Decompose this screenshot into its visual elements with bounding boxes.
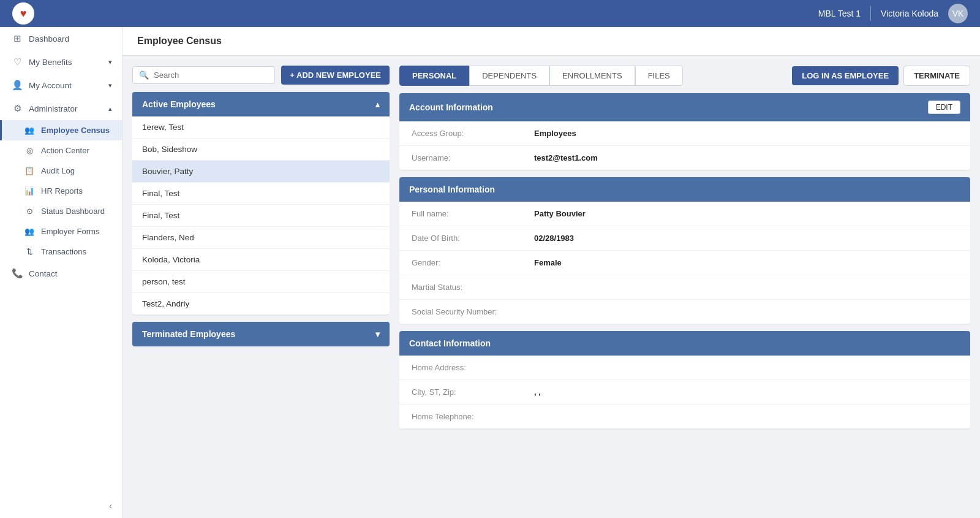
edit-account-button[interactable]: EDIT xyxy=(928,101,960,114)
header-logo-area: ♥ xyxy=(12,2,34,25)
table-row[interactable]: Flanders, Ned xyxy=(132,227,390,249)
avatar[interactable]: VK xyxy=(948,4,968,23)
sidebar-item-label: Administrator xyxy=(29,104,78,113)
add-new-employee-button[interactable]: + ADD NEW EMPLOYEE xyxy=(281,66,390,85)
sidebar-item-label: Employer Forms xyxy=(41,227,99,236)
left-panel: 🔍 + ADD NEW EMPLOYEE Active Employees ▴ … xyxy=(132,66,390,508)
top-header: ♥ MBL Test 1 Victoria Koloda VK xyxy=(0,0,980,27)
list-item: Social Security Number: xyxy=(399,300,970,324)
list-item: City, ST, Zip: , , xyxy=(399,380,970,405)
administrator-icon: ⚙ xyxy=(12,103,23,114)
employer-forms-icon: 👥 xyxy=(24,227,35,236)
contact-information-header: Contact Information xyxy=(399,331,970,356)
page-title: Employee Census xyxy=(137,36,222,46)
sidebar-item-label: Audit Log xyxy=(41,166,75,175)
field-value: Patty Bouvier xyxy=(534,209,586,218)
header-divider xyxy=(870,6,871,21)
sidebar-item-employee-census[interactable]: 👥 Employee Census xyxy=(0,120,122,140)
sidebar-item-label: My Account xyxy=(29,81,72,90)
search-input-wrapper[interactable]: 🔍 xyxy=(132,66,275,84)
collapse-employees-icon: ▴ xyxy=(375,100,380,109)
field-value: 02/28/1983 xyxy=(534,234,574,243)
table-row[interactable]: Final, Test xyxy=(132,205,390,227)
sidebar-item-label: Transactions xyxy=(41,247,86,256)
table-row[interactable]: Test2, Andriy xyxy=(132,293,390,314)
sidebar-item-label: Employee Census xyxy=(41,126,110,135)
dashboard-icon: ⊞ xyxy=(12,33,23,44)
field-label: Date Of Birth: xyxy=(412,234,534,243)
sidebar-item-employer-forms[interactable]: 👥 Employer Forms xyxy=(0,221,122,242)
sidebar-item-contact[interactable]: 📞 Contact xyxy=(0,262,122,285)
list-item: Date Of Birth: 02/28/1983 xyxy=(399,226,970,251)
chevron-up-icon: ▴ xyxy=(108,105,112,113)
sidebar-item-my-account[interactable]: 👤 My Account ▾ xyxy=(0,74,122,97)
field-value: Employees xyxy=(534,129,576,138)
sidebar: ⊞ Dashboard ♡ My Benefits ▾ 👤 My Account… xyxy=(0,27,123,518)
tab-row: PERSONAL DEPENDENTS ENROLLMENTS FILES LO… xyxy=(399,66,970,86)
personal-information-body: Full name: Patty Bouvier Date Of Birth: … xyxy=(399,202,970,324)
sidebar-item-action-center[interactable]: ◎ Action Center xyxy=(0,140,122,161)
table-row[interactable]: person, test xyxy=(132,271,390,293)
contact-information-title: Contact Information xyxy=(409,338,491,348)
sidebar-item-label: Status Dashboard xyxy=(41,207,105,216)
action-center-icon: ◎ xyxy=(24,146,35,155)
collapse-icon: ‹ xyxy=(109,501,112,511)
search-add-row: 🔍 + ADD NEW EMPLOYEE xyxy=(132,66,390,85)
sidebar-item-label: Action Center xyxy=(41,146,89,155)
terminated-employees-header[interactable]: Terminated Employees ▾ xyxy=(132,322,390,346)
list-item: Gender: Female xyxy=(399,251,970,275)
active-employees-header[interactable]: Active Employees ▴ xyxy=(132,92,390,116)
account-information-body: Access Group: Employees Username: test2@… xyxy=(399,121,970,170)
header-company: MBL Test 1 xyxy=(818,9,861,18)
table-row[interactable]: Bouvier, Patty xyxy=(132,161,390,183)
list-item: Martial Status: xyxy=(399,275,970,300)
sidebar-item-transactions[interactable]: ⇅ Transactions xyxy=(0,242,122,262)
status-dashboard-icon: ⊙ xyxy=(24,207,35,216)
terminate-button[interactable]: TERMINATE xyxy=(903,66,970,86)
collapse-terminated-icon: ▾ xyxy=(375,329,380,339)
field-label: City, ST, Zip: xyxy=(412,387,534,397)
table-row[interactable]: Koloda, Victoria xyxy=(132,249,390,271)
table-row[interactable]: 1erew, Test xyxy=(132,116,390,139)
account-information-header: Account Information EDIT xyxy=(399,93,970,121)
chevron-down-icon: ▾ xyxy=(108,58,112,66)
field-label: Access Group: xyxy=(412,129,534,138)
sidebar-item-administrator[interactable]: ⚙ Administrator ▴ xyxy=(0,97,122,120)
log-in-as-employee-button[interactable]: LOG IN AS EMPLOYEE xyxy=(792,66,899,85)
employee-census-icon: 👥 xyxy=(24,126,35,135)
sidebar-item-hr-reports[interactable]: 📊 HR Reports xyxy=(0,181,122,201)
logo-icon: ♥ xyxy=(12,2,34,25)
personal-information-card: Personal Information Full name: Patty Bo… xyxy=(399,177,970,324)
sidebar-item-label: My Benefits xyxy=(29,58,72,67)
page-body: 🔍 + ADD NEW EMPLOYEE Active Employees ▴ … xyxy=(123,56,980,518)
main-layout: ⊞ Dashboard ♡ My Benefits ▾ 👤 My Account… xyxy=(0,27,980,518)
sidebar-item-audit-log[interactable]: 📋 Audit Log xyxy=(0,161,122,181)
terminated-employees-title: Terminated Employees xyxy=(142,329,235,339)
sidebar-item-my-benefits[interactable]: ♡ My Benefits ▾ xyxy=(0,50,122,74)
my-benefits-icon: ♡ xyxy=(12,56,23,67)
tab-personal[interactable]: PERSONAL xyxy=(399,66,469,86)
tab-dependents[interactable]: DEPENDENTS xyxy=(469,66,549,86)
right-panel: PERSONAL DEPENDENTS ENROLLMENTS FILES LO… xyxy=(399,66,970,508)
field-label: Social Security Number: xyxy=(412,307,534,316)
list-item: Username: test2@test1.com xyxy=(399,146,970,170)
tab-files[interactable]: FILES xyxy=(635,66,683,86)
sidebar-collapse-button[interactable]: ‹ xyxy=(0,493,122,518)
contact-information-card: Contact Information Home Address: City, … xyxy=(399,331,970,428)
field-value: , , xyxy=(534,387,541,397)
active-employees-title: Active Employees xyxy=(142,99,216,109)
header-right: MBL Test 1 Victoria Koloda VK xyxy=(818,4,968,23)
hr-reports-icon: 📊 xyxy=(24,186,35,196)
audit-log-icon: 📋 xyxy=(24,166,35,175)
content-area: Employee Census 🔍 + ADD NEW EMPLOYEE Act… xyxy=(123,27,980,518)
sidebar-item-dashboard[interactable]: ⊞ Dashboard xyxy=(0,27,122,50)
page-header: Employee Census xyxy=(123,27,980,56)
search-input[interactable] xyxy=(154,70,268,80)
active-employees-section: Active Employees ▴ 1erew, Test Bob, Side… xyxy=(132,92,390,314)
table-row[interactable]: Bob, Sideshow xyxy=(132,139,390,161)
personal-information-title: Personal Information xyxy=(409,185,495,194)
sidebar-item-status-dashboard[interactable]: ⊙ Status Dashboard xyxy=(0,201,122,221)
tab-enrollments[interactable]: ENROLLMENTS xyxy=(549,66,635,86)
terminated-employees-section: Terminated Employees ▾ xyxy=(132,322,390,346)
table-row[interactable]: Final, Test xyxy=(132,183,390,205)
